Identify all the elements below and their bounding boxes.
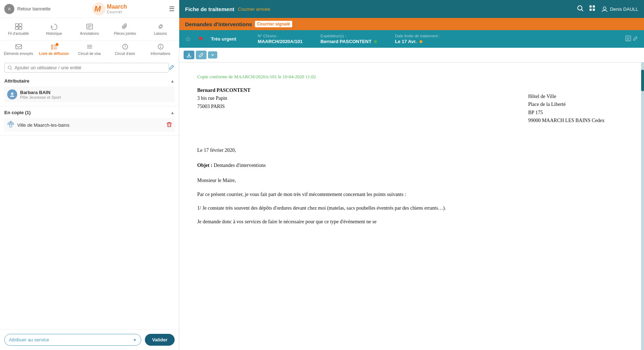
- chevron-down-icon: ▼: [133, 338, 137, 342]
- document-area: Copie conforme de MAARCH/2020A/101 le 10…: [179, 48, 644, 350]
- sidebar-item-liaisons[interactable]: Liaisons: [143, 21, 177, 38]
- recipient-line4: 99000 MAARCH LES BAINS Cedex: [528, 117, 605, 125]
- nav-label: Fil d'actualité: [8, 32, 29, 36]
- top-bar: Fiche de traitement Courrier arrivée Den…: [179, 0, 644, 18]
- user-name: Barbara BAIN: [20, 90, 61, 95]
- grid-icon: [14, 23, 23, 30]
- copie-title: En copie (1): [4, 110, 31, 115]
- back-label: Retour bannette: [17, 6, 51, 11]
- copy-notice: Copie conforme de MAARCH/2020A/101 le 10…: [197, 73, 626, 81]
- grid-icon-top[interactable]: [589, 5, 596, 13]
- list-icon: [50, 43, 58, 50]
- urgency-label: Très urgent: [211, 36, 236, 42]
- mail-actions: [625, 36, 638, 43]
- sidebar-item-historique[interactable]: Historique: [37, 21, 71, 38]
- sidebar-item-liste-diffusion[interactable]: Liste de diffusion: [37, 41, 71, 58]
- valider-button[interactable]: Valider: [145, 334, 175, 346]
- search-input[interactable]: [14, 65, 166, 70]
- annotation-icon: [85, 23, 94, 30]
- logo-courrier: Courrier: [107, 10, 127, 14]
- doc-content[interactable]: Copie conforme de MAARCH/2020A/101 le 10…: [179, 62, 644, 350]
- email-icon: [14, 43, 23, 50]
- objet-label: Objet :: [197, 163, 212, 168]
- greeting: Monsieur le Maire,: [197, 177, 626, 185]
- info-icon: [156, 43, 165, 50]
- svg-rect-3: [15, 24, 18, 26]
- copie-item: Ville de Maarch-les-bains: [4, 118, 175, 132]
- objet-line: Objet : Demandes d'interventions: [197, 162, 626, 169]
- svg-line-41: [582, 10, 583, 11]
- doc-chevron-button[interactable]: [208, 51, 217, 59]
- svg-point-46: [603, 7, 606, 10]
- copie-section: En copie (1) ▲ Ville de Maarch-les-bains: [0, 106, 179, 136]
- nav-label: Pièces jointes: [114, 32, 136, 36]
- avatar: [7, 89, 17, 99]
- nav-row-2: Éléments envoyés Liste de diffusion Circ…: [0, 41, 179, 61]
- chrono-value: MAARCH/2020A/101: [258, 39, 303, 44]
- sidebar-item-circuit-avis[interactable]: Circuit d'avis: [108, 41, 142, 58]
- svg-rect-44: [589, 9, 592, 11]
- svg-rect-4: [19, 24, 22, 26]
- svg-rect-6: [19, 27, 22, 29]
- sidebar-item-annotations[interactable]: Annotations: [72, 21, 106, 38]
- sidebar-footer: Attribuer au service ▼ Valider: [0, 329, 179, 350]
- svg-point-27: [8, 66, 11, 69]
- history-icon: [50, 23, 58, 30]
- hamburger-menu[interactable]: ☰: [169, 5, 175, 13]
- star-icon[interactable]: ☆: [185, 35, 191, 43]
- sidebar-item-informations[interactable]: Informations: [143, 41, 177, 58]
- date-section: Date limite de traitement : Le 17 Avr.: [395, 34, 440, 44]
- fiche-title: Fiche de traitement: [185, 6, 235, 12]
- search-icon-top[interactable]: [577, 5, 583, 13]
- mail-header: ☆ ⚑ Très urgent N° Chrono : MAARCH/2020A…: [179, 30, 644, 48]
- scrollbar-track[interactable]: [641, 62, 644, 350]
- copie-header[interactable]: En copie (1) ▲: [4, 110, 175, 115]
- doc-edit-button[interactable]: [196, 51, 207, 59]
- edit-button[interactable]: [169, 64, 175, 71]
- btn-valider-label: Valider: [152, 337, 167, 342]
- recipient-line2: Place de la Liberté: [528, 101, 605, 108]
- back-button[interactable]: Retour bannette: [4, 4, 51, 14]
- logo: M Maarch Courrier: [93, 3, 127, 15]
- attributaire-title: Attributaire: [4, 78, 29, 84]
- paragraph1: Par ce présent courrier, je vous fait pa…: [197, 191, 626, 199]
- sidebar-item-pieces-jointes[interactable]: Pièces jointes: [108, 21, 142, 38]
- user-name-top: Denis DAULL: [601, 6, 638, 12]
- user-info: Barbara BAIN Pôle Jeunesse et Sport: [20, 90, 61, 99]
- attributaire-section: Attributaire ▲ Barbara BAIN Pôle Jeuness…: [0, 75, 179, 106]
- scrollbar-thumb[interactable]: [641, 70, 644, 91]
- svg-point-12: [51, 45, 53, 46]
- recipient-block: Hôtel de Ville Place de la Liberté BP 17…: [528, 93, 605, 125]
- doc-wrapper: Copie conforme de MAARCH/2020A/101 le 10…: [179, 62, 644, 350]
- demandes-banner: Demandes d'interventions Courrier signal…: [179, 18, 644, 30]
- copie-org-name: Ville de Maarch-les-bains: [17, 122, 70, 128]
- sidebar-item-fil-actualite[interactable]: Fil d'actualité: [1, 21, 35, 38]
- sidebar-item-circuit-visa[interactable]: Circuit de visa: [72, 41, 106, 58]
- attribuer-service-button[interactable]: Attribuer au service ▼: [4, 334, 141, 346]
- sidebar-item-elements-envoyes[interactable]: Éléments envoyés: [1, 41, 35, 58]
- delete-button[interactable]: [167, 122, 172, 129]
- flag-icon: ⚑: [198, 35, 204, 43]
- svg-point-16: [51, 48, 53, 50]
- attributaire-header[interactable]: Attributaire ▲: [4, 78, 175, 84]
- recipient-line3: BP 175: [528, 109, 605, 117]
- user-display-name: Denis DAULL: [610, 6, 638, 12]
- logo-name: Maarch: [107, 4, 127, 10]
- nav-label: Informations: [151, 52, 170, 56]
- courrier-badge: Courrier arrivée: [238, 6, 270, 12]
- expediteur-value: Bernard PASCONTENT: [321, 39, 377, 44]
- circuit-avis-icon: [121, 43, 129, 50]
- main-content: Fiche de traitement Courrier arrivée Den…: [179, 0, 644, 350]
- svg-text:M: M: [94, 4, 101, 13]
- paragraph2: 1/ Je constate très souvent des dépôts d…: [197, 204, 626, 212]
- edit-action-icon[interactable]: [633, 36, 638, 43]
- nav-label: Annotations: [80, 32, 99, 36]
- doc-download-button[interactable]: [184, 51, 194, 59]
- expediteur-section: Expéditeur(s) : Bernard PASCONTENT: [321, 34, 377, 44]
- paragraph3: Je demande donc à vos services de faire …: [197, 218, 626, 226]
- download-action-icon[interactable]: [625, 36, 631, 43]
- search-wrap: [4, 63, 169, 73]
- svg-point-26: [160, 45, 161, 46]
- nav-label: Historique: [46, 32, 62, 36]
- chevron-up-icon: ▲: [170, 79, 175, 84]
